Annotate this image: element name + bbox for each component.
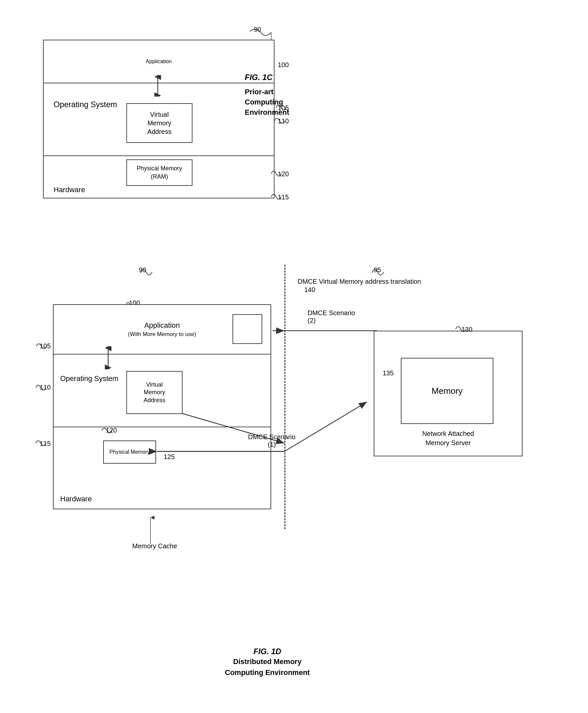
- fig1c-outer-box: Application Operating System: [43, 40, 274, 198]
- fig1d-fig-label: FIG. 1D: [225, 647, 310, 656]
- fig1c-hw-label: Hardware: [54, 186, 85, 194]
- svg-line-17: [285, 402, 367, 452]
- fig1c-pm-label: Physical Memory(RAM): [136, 164, 182, 181]
- fig1d-title: FIG. 1D Distributed MemoryComputing Envi…: [225, 647, 310, 678]
- page-container: 90 Application: [0, 0, 588, 713]
- ref-135: 135: [383, 370, 394, 377]
- fig1c-title: FIG. 1C Prior-artComputingEnvironment: [245, 73, 321, 118]
- fig1d-fig-sublabel: Distributed MemoryComputing Environment: [225, 656, 310, 678]
- fig1c-vma-label: VirtualMemoryAddress: [147, 110, 171, 136]
- fig1d-memory-box: Memory: [401, 358, 493, 424]
- squiggle-120: [255, 167, 288, 180]
- fig1c-fig-label: FIG. 1C: [245, 73, 321, 82]
- fig1d-memory-label: Memory: [432, 386, 463, 396]
- fig1c-hw-section: Hardware Physical Memory(RAM): [44, 156, 274, 199]
- ref-100: 100: [278, 61, 289, 69]
- fig1d-diagram: 90 95 100 DMCE Virtual Memory address tr…: [20, 238, 582, 685]
- memory-cache-arrow: [146, 516, 155, 546]
- fig1c-os-section: Operating System VirtualMemoryAddress: [44, 83, 274, 156]
- fig1c-vma-box: VirtualMemoryAddress: [126, 103, 192, 143]
- fig1c-pm-box: Physical Memory(RAM): [126, 160, 192, 186]
- dmce-scenario-1-label: DMCE Scenario(1): [248, 433, 295, 448]
- fig1d-nas-label: Network AttachedMemory Server: [374, 429, 522, 447]
- fig1c-app-label: Application: [146, 59, 172, 64]
- squiggle-115: [255, 190, 288, 203]
- fig1d-right-server-box: Memory 135 Network AttachedMemory Server: [374, 331, 523, 456]
- fig1c-os-label: Operating System: [54, 100, 117, 109]
- fig1c-fig-sublabel: Prior-artComputingEnvironment: [245, 87, 321, 118]
- squiggle-130: [440, 322, 466, 336]
